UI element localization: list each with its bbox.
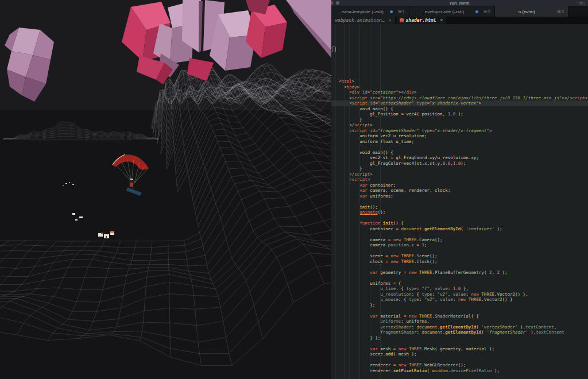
indent-guide <box>380 24 381 379</box>
code-line: void main() { <box>339 150 588 156</box>
code-line: </script> <box>339 122 588 128</box>
code-line: void main() { <box>339 106 588 112</box>
code-line: scene.add( mesh ); <box>339 351 588 357</box>
activity-dot-icon <box>475 10 478 13</box>
code-line: uniforms = { <box>339 281 588 287</box>
code-line: uniforms: uniforms, <box>339 319 588 324</box>
code-line: u_time: { type: "f", value: 1.0 }, <box>339 286 588 292</box>
code-line: var material = new THREE.ShaderMaterial(… <box>339 314 588 319</box>
code-line: animate(); <box>339 210 588 215</box>
code-line: <script> <box>339 177 588 183</box>
code-line: uniform vec2 u_resolution; <box>339 133 588 139</box>
terminal-tab-hotkey: ⌘1 <box>398 9 405 14</box>
code-line: u_resolution: { type: "v2", value: new T… <box>339 292 588 297</box>
terminal-tab-label: ..eveloper-site (-zsh) <box>413 9 473 14</box>
terminal-window: run_nvim ⌃⌘1 ..isma-template (-zsh) ⌘1 .… <box>331 0 588 379</box>
code-line: var mesh = new THREE.Mesh( geometry, mat… <box>339 346 588 352</box>
code-line: var container; <box>339 183 588 188</box>
cursor-line-marker <box>332 47 336 52</box>
titlebar-shortcut-hint: ⌃⌘1 <box>575 1 585 6</box>
code-line: camera.position.z = 1; <box>339 242 588 248</box>
indent-guide <box>359 24 360 379</box>
code-line <box>339 341 588 346</box>
threejs-scene-preview <box>0 0 331 379</box>
close-buffer-icon[interactable]: × <box>440 18 443 23</box>
code-line: var uniforms; <box>339 194 588 199</box>
code-line <box>339 231 588 237</box>
code-line: </script> <box>339 172 588 177</box>
code-line <box>339 264 588 270</box>
code-line: <body> <box>339 84 588 90</box>
indent-guide <box>349 24 350 379</box>
code-line: u_mouse: { type: "v2", value: new THREE.… <box>339 297 588 303</box>
code-line: <script src="https://cdnjs.cloudflare.co… <box>339 95 588 101</box>
html-file-icon <box>400 18 404 22</box>
gutter-rail <box>335 24 335 379</box>
code-line: <html> <box>339 79 588 84</box>
code-line: } ); <box>339 335 588 341</box>
window-titlebar[interactable]: run_nvim ⌃⌘1 <box>331 0 588 6</box>
terminal-tab-bar: ..isma-template (-zsh) ⌘1 ..eveloper-sit… <box>331 6 588 17</box>
code-line: init(); <box>339 204 588 210</box>
code-line <box>339 357 588 363</box>
buffer-tab-label: webpack.animation… <box>335 18 385 23</box>
code-line: <script id="fragmentShader" type="x-shad… <box>339 128 588 134</box>
code-line <box>339 248 588 254</box>
buffer-tab-shader-active[interactable]: shader.html × <box>396 17 447 24</box>
terminal-tab-hotkey: ⌘3 <box>557 9 564 14</box>
code-line: } <box>339 117 588 123</box>
close-buffer-icon[interactable]: × <box>389 18 392 23</box>
code-editor[interactable]: .tk-p{color:#d2c9b2;}.tk-t{color:#e07c43… <box>331 24 588 379</box>
code-line: renderer.setPixelRatio( window.devicePix… <box>339 368 588 374</box>
activity-dot-icon <box>390 10 393 13</box>
code-line <box>339 144 588 150</box>
terminal-tab-2[interactable]: ..eveloper-site (-zsh) ⌘2 <box>409 6 495 17</box>
code-line: clock = new THREE.Clock(); <box>339 259 588 265</box>
nvim-buffer-tabline: webpack.animation… × shader.html × <box>331 17 588 24</box>
code-line: vec2 st = gl_FragCoord.xy/u_resolution.x… <box>339 155 588 161</box>
code-line: uniform float u_time; <box>339 139 588 145</box>
code-line: container = document.getElementById( 'co… <box>339 226 588 232</box>
code-line: vertexShader: document.getElementById( '… <box>339 324 588 330</box>
code-line: }; <box>339 303 588 308</box>
terminal-tab-hotkey: ⌘2 <box>483 9 490 14</box>
code-line: renderer = new THREE.WebGLRenderer(); <box>339 362 588 368</box>
indent-guide <box>344 24 345 379</box>
code-line: fragmentShader: document.getElementById(… <box>339 330 588 335</box>
code-line <box>339 215 588 221</box>
indent-guide <box>370 24 370 379</box>
code-line <box>339 275 588 281</box>
terminal-tab-3-active[interactable]: n (nvim) ⌘3 <box>495 6 568 17</box>
terminal-tab-label: ..isma-template (-zsh) <box>335 9 388 14</box>
terminal-tab-label: n (nvim) <box>499 9 555 14</box>
buffer-tab-webpack[interactable]: webpack.animation… × <box>331 17 395 24</box>
code-line: var geometry = new THREE.PlaneBufferGeom… <box>339 270 588 276</box>
code-line: var camera, scene, renderer, clock; <box>339 188 588 194</box>
code-line: function init() { <box>339 221 588 226</box>
desktop: run_nvim ⌃⌘1 ..isma-template (-zsh) ⌘1 .… <box>0 0 588 379</box>
code-line <box>339 373 588 379</box>
window-title: run_nvim <box>331 1 588 6</box>
code-line: } <box>339 166 588 172</box>
code-line: camera = new THREE.Camera(); <box>339 237 588 243</box>
code-line: gl_Position = vec4( position, 1.0 ); <box>339 111 588 117</box>
code-line: scene = new THREE.Scene(); <box>339 253 588 259</box>
terminal-tab-1[interactable]: ..isma-template (-zsh) ⌘1 <box>331 6 409 17</box>
code-line <box>339 199 588 204</box>
code-lines: <html> <body> <div id="container"></div>… <box>339 79 588 379</box>
code-line: gl_FragColor=vec4(st.x,st.y,0.0,1.0); <box>339 161 588 167</box>
code-line <box>339 308 588 314</box>
buffer-tab-label: shader.html <box>406 18 436 23</box>
code-line: <div id="container"></div> <box>339 90 588 95</box>
